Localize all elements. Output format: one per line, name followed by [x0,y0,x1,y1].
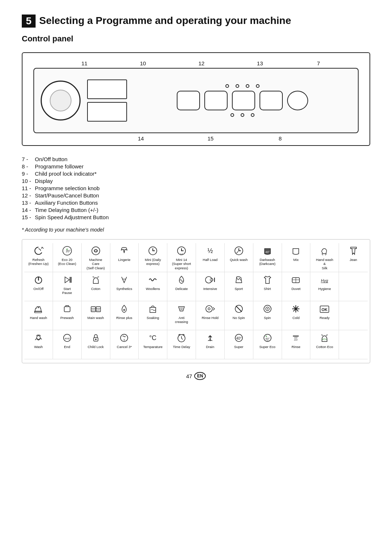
symbol-main-wash: ///+///\ Main wash [82,301,110,330]
label-14: 14 [134,135,148,142]
svg-point-50 [95,339,97,340]
display-top [87,79,127,99]
symbol-empty-r4 [339,330,368,359]
symbol-quick-wash: Quick wash [225,243,253,272]
svg-point-15 [205,277,212,283]
symbol-eco20: e20° Eco 20(Eco Clean) [53,243,82,272]
symbol-child-lock: Child Lock [82,330,110,359]
symbol-empty-r2 [339,272,368,301]
dot-1 [225,84,229,88]
dot-row-bottom [230,113,254,117]
symbol-rinse: ///////// Rinse [282,330,311,359]
label-13: 13 [253,60,267,66]
label-15: 15 [203,135,218,142]
svg-text:eCo: eCo [322,338,327,340]
label-11: 11 [77,60,92,66]
svg-point-46 [37,336,40,339]
display-area [87,79,127,122]
svg-text:14: 14 [180,253,183,255]
button-group-right [134,84,351,117]
svg-text:///\: ///\ [97,309,100,311]
symbol-delicate: Delicate [167,272,196,301]
dot-b3 [251,113,254,117]
symbol-machine-care: MachineCare(Self Clean) [82,243,110,272]
svg-point-4 [95,250,97,252]
label-8: 8 [273,135,287,142]
symbol-synthetics: Synthetics [110,272,139,301]
page-number: 47 [186,373,192,379]
symbol-cold: Cold [282,301,311,330]
symbol-coton: Coton [82,272,110,301]
svg-text:///+: ///+ [91,309,95,311]
symbol-prewash: Prewash [53,301,82,330]
symbol-hand-wash-silk: Hand wash&Silk [310,243,339,272]
svg-line-35 [236,306,242,312]
svg-text:3: 3 [123,338,125,342]
display-bottom [87,102,127,122]
symbol-super: 40° Super [225,330,253,359]
symbol-empty-r3 [339,301,368,330]
diagram-labels-top: 11 10 12 13 7 [33,60,359,66]
dot-b2 [241,113,244,117]
symbol-rinse-hold: Rinse Hold [196,301,225,330]
symbol-sport: Sport [225,272,253,301]
svg-text://///: ///// [294,339,298,341]
legend-item-10: 10 -Display [22,178,370,184]
dot-4 [256,84,260,88]
symbol-time-delay: Time Delay [167,330,196,359]
symbol-intensive: Intensive [196,272,225,301]
symbol-on-off: On/Off [24,272,53,301]
symbol-hand-wash2: Hand wash [24,301,53,330]
label-7: 7 [311,60,326,66]
dot-2 [236,84,239,88]
svg-marker-12 [65,277,69,283]
legend-item-9: 9 -Child proof lock indicator* [22,171,370,177]
dot-row-top [225,84,260,88]
label-12: 12 [194,60,209,66]
legend-item-7: 7 -On/Off button [22,156,370,162]
dot-3 [246,84,249,88]
symbol-cancel3: 3 Cancel 3* [110,330,139,359]
symbol-cotton-eco: eCo Cotton Eco [310,330,339,359]
legend-item-15: 15 -Spin Speed Adjustment Button [22,214,370,220]
panel-body [33,68,359,133]
main-buttons-row [177,91,308,110]
symbol-mix: Mix [282,243,311,272]
symbol-refresh: Refresh(Freshen Up) [24,243,53,272]
legend-item-8: 8 -Programme follower [22,163,370,169]
symbol-shirt: Shirt [253,272,282,301]
aux-button-3 [260,91,283,110]
symbol-soaking: Soaking [139,301,167,330]
section-title: Control panel [22,34,370,44]
symbol-temperature: °C Temparature [139,330,167,359]
legend-item-11: 11 -Programme selection knob [22,185,370,191]
symbol-drain: Drain [196,330,225,359]
language-badge: EN [194,372,206,380]
symbols-row-2: On/Off StartPause Coton Synthetics Wooll [24,272,368,301]
symbol-half-load: ½ Half Load [196,243,225,272]
note-text: * According to your machine's model [22,227,370,233]
chapter-title: Selecting a Programme and operating your… [39,15,291,27]
svg-point-38 [267,308,268,310]
legend-item-13: 13 -Auxiliary Function Buttons [22,200,370,206]
dot-b1 [230,113,234,117]
knob-inner [50,90,72,111]
symbol-darkwash: 40° Darkwash(Darkcare) [253,243,282,272]
aux-button-1 [204,91,228,110]
svg-point-32 [206,306,212,312]
diagram-labels-bottom: 14 15 8 [33,135,359,142]
symbol-hygiene: Hyg Hygiene [310,272,339,301]
chapter-header: 5 Selecting a Programme and operating yo… [22,15,370,28]
svg-text:½: ½ [207,247,213,254]
svg-point-33 [208,308,210,310]
svg-point-43 [295,308,297,310]
legend-list: 7 -On/Off button 8 -Programme follower 9… [22,156,370,220]
symbol-no-spin: No Spin [225,301,253,330]
symbol-ready: OK Ready [310,301,339,330]
symbol-wash: Wash [24,330,53,359]
control-panel-diagram: 11 10 12 13 7 [22,52,370,146]
svg-text:40°: 40° [265,250,270,254]
symbol-woollens: Woollens [139,272,167,301]
symbol-mini14: 14 Mini 14(Super shortexpress) [167,243,196,272]
symbols-container: Refresh(Freshen Up) e20° Eco 20(Eco Clea… [22,239,370,363]
